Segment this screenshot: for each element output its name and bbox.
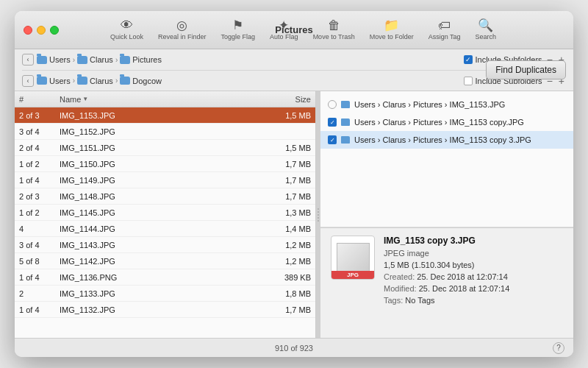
- folder-icon-3: [120, 56, 130, 64]
- cell-num: 3 of 4: [15, 241, 55, 250]
- list-body: 2 of 3 IMG_1153.JPG 1,5 MB 3 of 4 IMG_11…: [15, 107, 315, 338]
- dup-folder-icon: [341, 136, 350, 144]
- include-subfolders-1-checkbox[interactable]: ✓: [464, 55, 473, 64]
- cell-num: 1 of 4: [15, 176, 55, 185]
- path-breadcrumb-1: Users › Clarus › Pictures: [37, 55, 461, 64]
- cell-num: 2 of 3: [15, 192, 55, 201]
- toolbar-toggle-flag[interactable]: ⚑ Toggle Flag: [214, 16, 263, 43]
- file-created: Created: 25. Dec 2018 at 12:07:14: [384, 272, 563, 281]
- list-row[interactable]: 2 of 3 IMG_1153.JPG 1,5 MB: [15, 107, 315, 124]
- list-row[interactable]: 1 of 2 IMG_1150.JPG 1,7 MB: [15, 156, 315, 172]
- title-bar: Pictures 👁 Quick Look ◎ Reveal in Finder…: [15, 11, 573, 49]
- dup-checked-checkbox[interactable]: ✓: [328, 118, 337, 127]
- dup-checked-checkbox[interactable]: ✓: [328, 135, 337, 144]
- close-button[interactable]: [24, 26, 32, 35]
- cell-num: 1 of 4: [15, 305, 55, 314]
- list-row[interactable]: 2 IMG_1133.JPG 1,8 MB: [15, 286, 315, 302]
- path-part-clarus-2: Clarus: [90, 77, 113, 85]
- list-row[interactable]: 1 of 2 IMG_1145.JPG 1,3 MB: [15, 205, 315, 221]
- list-panel: # Name ▼ Size 2 of 3 IMG_1153.JPG 1,5 MB…: [15, 91, 316, 338]
- list-row[interactable]: 2 of 3 IMG_1148.JPG 1,7 MB: [15, 188, 315, 205]
- file-thumbnail: JPG: [331, 236, 375, 280]
- cell-name: IMG_1142.JPG: [55, 257, 264, 266]
- list-row[interactable]: 5 of 8 IMG_1142.JPG 1,2 MB: [15, 253, 315, 269]
- list-header: # Name ▼ Size: [15, 91, 315, 107]
- path-part-clarus-1: Clarus: [90, 55, 113, 64]
- cell-name: IMG_1153.JPG: [55, 111, 264, 120]
- file-thumb-image: [337, 243, 370, 272]
- right-panel: Users › Clarus › Pictures › IMG_1153.JPG…: [320, 91, 573, 338]
- list-row[interactable]: 1 of 4 IMG_1132.JPG 1,7 MB: [15, 302, 315, 318]
- maximize-button[interactable]: [50, 26, 59, 35]
- list-row[interactable]: 1 of 4 IMG_1136.PNG 389 KB: [15, 269, 315, 286]
- dup-item[interactable]: ✓ Users › Clarus › Pictures › IMG_1153 c…: [320, 113, 573, 131]
- list-row[interactable]: 1 of 4 IMG_1149.JPG 1,7 MB: [15, 172, 315, 188]
- path-nav-2[interactable]: ‹: [22, 75, 34, 87]
- toolbar-search[interactable]: 🔍 Search: [468, 16, 504, 43]
- list-row[interactable]: 2 of 4 IMG_1151.JPG 1,5 MB: [15, 140, 315, 156]
- dup-circle-checkbox[interactable]: [328, 100, 337, 109]
- folder-icon-4: [37, 77, 47, 85]
- find-duplicates-button[interactable]: Find Duplicates: [486, 60, 566, 79]
- move-trash-icon: 🗑: [328, 19, 340, 32]
- cell-num: 3 of 4: [15, 127, 55, 136]
- cell-name: IMG_1150.JPG: [55, 160, 264, 169]
- file-type: JPEG image: [384, 249, 563, 258]
- main-window: Pictures 👁 Quick Look ◎ Reveal in Finder…: [15, 11, 573, 357]
- assign-tag-icon: 🏷: [438, 19, 451, 32]
- column-header-num[interactable]: #: [15, 95, 55, 104]
- toolbar-reveal-finder[interactable]: ◎ Reveal in Finder: [151, 16, 214, 43]
- dup-folder-icon: [341, 118, 350, 126]
- dup-path: Users › Clarus › Pictures › IMG_1153 cop…: [354, 135, 531, 144]
- cell-size: 1,2 MB: [264, 257, 315, 266]
- dup-item[interactable]: ✓ Users › Clarus › Pictures › IMG_1153 c…: [320, 131, 573, 149]
- minimize-button[interactable]: [37, 26, 46, 35]
- file-thumb-label: JPG: [331, 271, 374, 279]
- file-name: IMG_1153 copy 3.JPG: [384, 236, 563, 246]
- list-row[interactable]: 3 of 4 IMG_1152.JPG: [15, 124, 315, 140]
- file-info: IMG_1153 copy 3.JPG JPEG image 1,5 MB (1…: [384, 236, 563, 330]
- path-row-2: ‹ Users › Clarus › Dogcow Include Subfol…: [22, 70, 566, 91]
- path-row-1: ‹ Users › Clarus › Pictures ✓ Include Su…: [22, 49, 566, 70]
- cell-num: 5 of 8: [15, 257, 55, 266]
- path-part-dogcow: Dogcow: [132, 77, 162, 85]
- dup-item[interactable]: Users › Clarus › Pictures › IMG_1153.JPG: [320, 96, 573, 113]
- file-modified: Modified: 25. Dec 2018 at 12:07:14: [384, 284, 563, 293]
- toolbar-quick-look[interactable]: 👁 Quick Look: [103, 16, 151, 43]
- toolbar-move-trash[interactable]: 🗑 Move to Trash: [306, 16, 362, 43]
- move-trash-label: Move to Trash: [313, 33, 355, 40]
- toolbar-move-folder[interactable]: 📁 Move to Folder: [362, 16, 421, 43]
- assign-tag-label: Assign Tag: [429, 33, 461, 40]
- cell-name: IMG_1145.JPG: [55, 208, 264, 217]
- cell-name: IMG_1143.JPG: [55, 241, 264, 250]
- column-header-name[interactable]: Name ▼: [55, 95, 264, 104]
- folder-icon-2: [77, 56, 87, 64]
- traffic-lights: [24, 26, 59, 35]
- window-title: Pictures: [275, 24, 312, 35]
- search-icon: 🔍: [478, 19, 493, 32]
- divider-dots: [318, 208, 319, 222]
- cell-size: 1,7 MB: [264, 160, 315, 169]
- file-tags: Tags: No Tags: [384, 296, 563, 305]
- cell-num: 1 of 2: [15, 208, 55, 217]
- folder-icon-6: [120, 77, 130, 85]
- list-row[interactable]: 4 IMG_1144.JPG 1,4 MB: [15, 221, 315, 237]
- status-bar: 910 of 923 ?: [15, 338, 573, 357]
- cell-name: IMG_1132.JPG: [55, 305, 264, 314]
- path-nav-1[interactable]: ‹: [22, 54, 34, 66]
- cell-num: 2 of 3: [15, 111, 55, 120]
- cell-name: IMG_1136.PNG: [55, 273, 264, 282]
- cell-size: 1,3 MB: [264, 208, 315, 217]
- column-header-size[interactable]: Size: [264, 95, 315, 104]
- duplicates-list: Users › Clarus › Pictures › IMG_1153.JPG…: [320, 91, 573, 227]
- cell-size: 1,4 MB: [264, 224, 315, 233]
- cell-size: 1,2 MB: [264, 241, 315, 250]
- reveal-finder-icon: ◎: [176, 19, 187, 32]
- list-row[interactable]: 3 of 4 IMG_1143.JPG 1,2 MB: [15, 237, 315, 253]
- cell-name: IMG_1133.JPG: [55, 289, 264, 298]
- include-subfolders-2-checkbox[interactable]: [464, 77, 473, 85]
- sort-arrow: ▼: [82, 96, 88, 102]
- toolbar-assign-tag[interactable]: 🏷 Assign Tag: [421, 16, 468, 43]
- path-part-users-2: Users: [49, 77, 71, 85]
- help-button[interactable]: ?: [553, 342, 564, 354]
